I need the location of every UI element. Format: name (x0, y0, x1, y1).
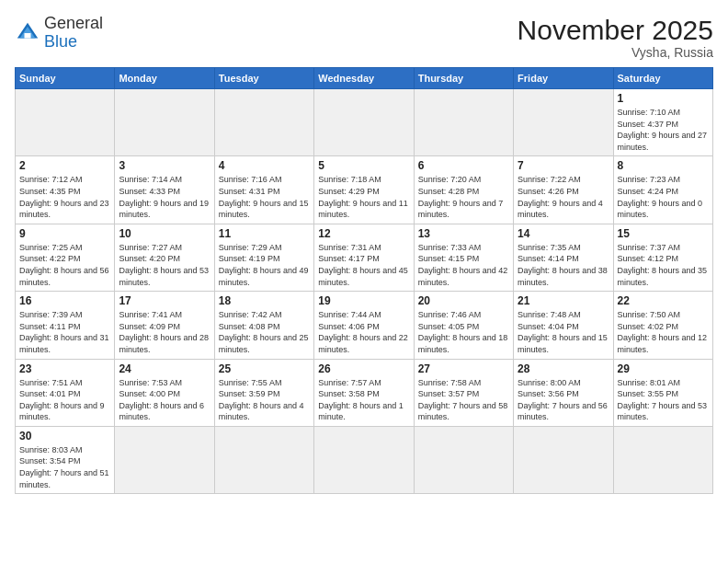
svg-rect-2 (25, 33, 31, 39)
header-friday: Friday (514, 68, 613, 89)
day-info: Sunrise: 7:12 AMSunset: 4:35 PMDaylight:… (19, 174, 110, 220)
header-monday: Monday (115, 68, 214, 89)
calendar-cell: 29Sunrise: 8:01 AMSunset: 3:55 PMDayligh… (613, 359, 712, 426)
day-number: 27 (418, 362, 509, 375)
day-info: Sunrise: 7:55 AMSunset: 3:59 PMDaylight:… (219, 377, 310, 423)
calendar-cell: 5Sunrise: 7:18 AMSunset: 4:29 PMDaylight… (314, 156, 414, 224)
calendar-body: 1Sunrise: 7:10 AMSunset: 4:37 PMDaylight… (16, 89, 713, 494)
header-thursday: Thursday (414, 68, 513, 89)
header-tuesday: Tuesday (214, 68, 313, 89)
day-number: 3 (119, 159, 210, 172)
calendar-cell (115, 89, 214, 156)
calendar-cell (613, 426, 712, 493)
calendar-cell: 25Sunrise: 7:55 AMSunset: 3:59 PMDayligh… (214, 359, 313, 426)
title-area: November 2025 Vysha, Russia (518, 15, 713, 60)
day-number: 7 (518, 159, 609, 172)
day-info: Sunrise: 7:48 AMSunset: 4:04 PMDaylight:… (518, 309, 609, 355)
calendar-week-row: 23Sunrise: 7:51 AMSunset: 4:01 PMDayligh… (16, 359, 713, 426)
day-number: 16 (19, 294, 110, 307)
day-number: 28 (518, 362, 609, 375)
calendar-cell (314, 426, 414, 493)
calendar-cell (214, 426, 313, 493)
day-number: 15 (618, 227, 709, 240)
calendar-week-row: 2Sunrise: 7:12 AMSunset: 4:35 PMDaylight… (16, 156, 713, 224)
calendar-cell: 12Sunrise: 7:31 AMSunset: 4:17 PMDayligh… (314, 224, 414, 291)
day-number: 12 (318, 227, 409, 240)
day-number: 11 (219, 227, 310, 240)
header-wednesday: Wednesday (314, 68, 414, 89)
day-info: Sunrise: 7:50 AMSunset: 4:02 PMDaylight:… (618, 309, 709, 355)
day-number: 29 (618, 362, 709, 375)
calendar-cell: 17Sunrise: 7:41 AMSunset: 4:09 PMDayligh… (115, 292, 214, 359)
calendar-cell: 4Sunrise: 7:16 AMSunset: 4:31 PMDaylight… (214, 156, 313, 224)
calendar-cell (414, 89, 513, 156)
logo-text: GeneralBlue (44, 15, 103, 52)
day-info: Sunrise: 7:10 AMSunset: 4:37 PMDaylight:… (618, 107, 709, 153)
day-info: Sunrise: 7:29 AMSunset: 4:19 PMDaylight:… (219, 242, 310, 288)
calendar-cell: 15Sunrise: 7:37 AMSunset: 4:12 PMDayligh… (613, 224, 712, 291)
day-info: Sunrise: 7:58 AMSunset: 3:57 PMDaylight:… (418, 377, 509, 423)
day-number: 5 (318, 159, 409, 172)
calendar-table: Sunday Monday Tuesday Wednesday Thursday… (15, 67, 713, 494)
calendar-cell: 10Sunrise: 7:27 AMSunset: 4:20 PMDayligh… (115, 224, 214, 291)
day-number: 9 (19, 227, 110, 240)
calendar-week-row: 1Sunrise: 7:10 AMSunset: 4:37 PMDaylight… (16, 89, 713, 156)
day-info: Sunrise: 7:33 AMSunset: 4:15 PMDaylight:… (418, 242, 509, 288)
calendar-cell: 2Sunrise: 7:12 AMSunset: 4:35 PMDaylight… (16, 156, 115, 224)
day-number: 30 (19, 430, 110, 442)
header: GeneralBlue November 2025 Vysha, Russia (15, 15, 713, 60)
logo-icon (15, 20, 40, 46)
calendar-cell: 30Sunrise: 8:03 AMSunset: 3:54 PMDayligh… (16, 426, 115, 493)
calendar-cell (16, 89, 115, 156)
day-info: Sunrise: 7:14 AMSunset: 4:33 PMDaylight:… (119, 174, 210, 220)
day-info: Sunrise: 7:22 AMSunset: 4:26 PMDaylight:… (518, 174, 609, 220)
calendar-week-row: 9Sunrise: 7:25 AMSunset: 4:22 PMDaylight… (16, 224, 713, 291)
day-number: 19 (318, 294, 409, 307)
day-info: Sunrise: 7:57 AMSunset: 3:58 PMDaylight:… (318, 377, 409, 423)
day-number: 24 (119, 362, 210, 375)
location-subtitle: Vysha, Russia (518, 45, 713, 60)
calendar-cell: 28Sunrise: 8:00 AMSunset: 3:56 PMDayligh… (514, 359, 613, 426)
day-number: 17 (119, 294, 210, 307)
calendar-cell (115, 426, 214, 493)
calendar-cell: 21Sunrise: 7:48 AMSunset: 4:04 PMDayligh… (514, 292, 613, 359)
day-number: 22 (618, 294, 709, 307)
calendar-cell: 8Sunrise: 7:23 AMSunset: 4:24 PMDaylight… (613, 156, 712, 224)
calendar-cell: 24Sunrise: 7:53 AMSunset: 4:00 PMDayligh… (115, 359, 214, 426)
calendar-cell: 14Sunrise: 7:35 AMSunset: 4:14 PMDayligh… (514, 224, 613, 291)
day-number: 2 (19, 159, 110, 172)
calendar-cell (514, 426, 613, 493)
calendar-cell: 19Sunrise: 7:44 AMSunset: 4:06 PMDayligh… (314, 292, 414, 359)
day-number: 18 (219, 294, 310, 307)
day-info: Sunrise: 7:18 AMSunset: 4:29 PMDaylight:… (318, 174, 409, 220)
day-number: 14 (518, 227, 609, 240)
calendar-cell: 7Sunrise: 7:22 AMSunset: 4:26 PMDaylight… (514, 156, 613, 224)
day-info: Sunrise: 7:27 AMSunset: 4:20 PMDaylight:… (119, 242, 210, 288)
calendar-week-row: 30Sunrise: 8:03 AMSunset: 3:54 PMDayligh… (16, 426, 713, 493)
day-info: Sunrise: 8:00 AMSunset: 3:56 PMDaylight:… (518, 377, 609, 423)
day-info: Sunrise: 7:53 AMSunset: 4:00 PMDaylight:… (119, 377, 210, 423)
day-info: Sunrise: 7:37 AMSunset: 4:12 PMDaylight:… (618, 242, 709, 288)
weekday-header-row: Sunday Monday Tuesday Wednesday Thursday… (16, 68, 713, 89)
day-info: Sunrise: 7:41 AMSunset: 4:09 PMDaylight:… (119, 309, 210, 355)
page: GeneralBlue November 2025 Vysha, Russia … (0, 0, 728, 563)
day-info: Sunrise: 8:03 AMSunset: 3:54 PMDaylight:… (19, 444, 110, 490)
day-number: 21 (518, 294, 609, 307)
day-number: 25 (219, 362, 310, 375)
day-info: Sunrise: 7:25 AMSunset: 4:22 PMDaylight:… (19, 242, 110, 288)
day-info: Sunrise: 7:31 AMSunset: 4:17 PMDaylight:… (318, 242, 409, 288)
day-info: Sunrise: 7:16 AMSunset: 4:31 PMDaylight:… (219, 174, 310, 220)
calendar-cell: 18Sunrise: 7:42 AMSunset: 4:08 PMDayligh… (214, 292, 313, 359)
day-number: 23 (19, 362, 110, 375)
logo: GeneralBlue (15, 15, 103, 52)
day-info: Sunrise: 7:46 AMSunset: 4:05 PMDaylight:… (418, 309, 509, 355)
calendar-cell (314, 89, 414, 156)
day-info: Sunrise: 8:01 AMSunset: 3:55 PMDaylight:… (618, 377, 709, 423)
day-info: Sunrise: 7:44 AMSunset: 4:06 PMDaylight:… (318, 309, 409, 355)
day-number: 10 (119, 227, 210, 240)
calendar-cell: 16Sunrise: 7:39 AMSunset: 4:11 PMDayligh… (16, 292, 115, 359)
calendar-cell: 22Sunrise: 7:50 AMSunset: 4:02 PMDayligh… (613, 292, 712, 359)
day-number: 6 (418, 159, 509, 172)
day-number: 13 (418, 227, 509, 240)
calendar-week-row: 16Sunrise: 7:39 AMSunset: 4:11 PMDayligh… (16, 292, 713, 359)
